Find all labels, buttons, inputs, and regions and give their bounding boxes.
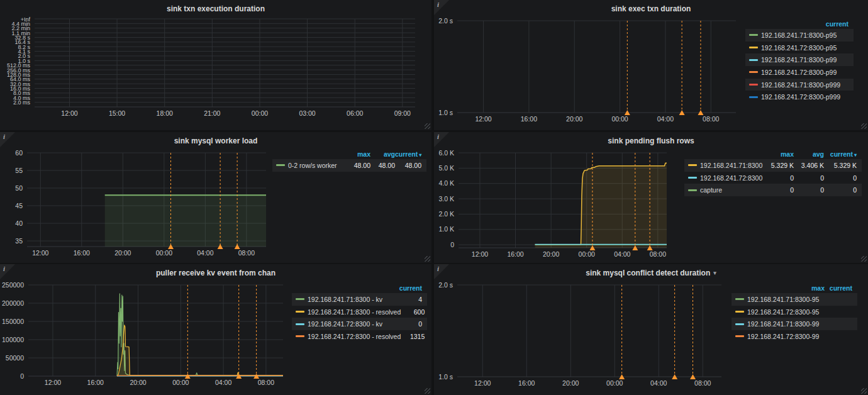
svg-text:20:00: 20:00	[114, 249, 131, 257]
svg-text:2.0 ms: 2.0 ms	[13, 99, 31, 106]
svg-text:12:00: 12:00	[32, 249, 48, 257]
panel-sink-exec-txn-duration: i sink exec txn duration▾ 2.0 s1.0 s12:0…	[434, 0, 868, 130]
legend-sort-avg[interactable]: avg	[794, 150, 824, 158]
series-label: 192.168.241.72:8300-p999	[761, 93, 849, 101]
svg-text:50: 50	[15, 184, 23, 192]
svg-text:1.0 K: 1.0 K	[438, 225, 454, 233]
series-color-dash-icon	[276, 164, 285, 166]
legend-item[interactable]: 192.168.241.71:8300-99	[732, 318, 857, 330]
panel-sink-txn-execution-duration: i sink txn execution duration▾ +Inf4.4 m…	[0, 0, 431, 130]
panel-resize-handle[interactable]	[861, 388, 867, 394]
series-value: 0	[794, 174, 824, 182]
series-value: 0	[794, 186, 824, 194]
legend-sort-max[interactable]: max	[342, 150, 370, 158]
svg-text:50000: 50000	[6, 354, 24, 362]
svg-text:08:00: 08:00	[258, 379, 274, 386]
series-value: 3.406 K	[794, 162, 824, 169]
series-color-dash-icon	[688, 189, 697, 191]
legend-item[interactable]: 0-2 row/s worker48.0048.0048.00	[272, 159, 426, 172]
legend-sort-avg[interactable]: avg	[370, 150, 395, 158]
series-color-dash-icon	[749, 96, 758, 98]
series-color-dash-icon	[296, 323, 304, 325]
legend-sort-max[interactable]: max	[799, 284, 825, 292]
panel-resize-handle[interactable]	[861, 256, 867, 262]
legend-item[interactable]: 192.168.241.71:8300 - resolved600	[292, 306, 427, 318]
series-label: 192.168.241.72:8300-p95	[761, 44, 849, 52]
svg-text:08:00: 08:00	[650, 250, 666, 258]
legend-header: current	[292, 283, 427, 293]
svg-text:00:00: 00:00	[579, 250, 595, 258]
legend: maxavgcurrent▾192.168.241.71:83005.329 K…	[684, 149, 862, 196]
legend-sort-current[interactable]: current	[398, 284, 422, 292]
svg-text:12:00: 12:00	[474, 379, 491, 387]
panel-title[interactable]: puller receive kv event from chan▾	[0, 264, 431, 278]
legend-item[interactable]: 192.168.241.72:8300-p99	[745, 66, 854, 79]
legend-item[interactable]: 192.168.241.71:8300-p999	[745, 79, 854, 91]
panel-resize-handle[interactable]	[425, 388, 430, 394]
title-caret-icon: ▾	[713, 270, 716, 276]
legend-item[interactable]: 192.168.241.72:8300-95	[732, 306, 857, 318]
legend-sort-max[interactable]: max	[764, 150, 794, 158]
svg-text:16:00: 16:00	[74, 249, 90, 257]
legend-header: maxcurrent	[732, 283, 857, 293]
legend-sort-current[interactable]: current▾	[395, 150, 421, 158]
series-value: 0	[824, 174, 857, 182]
legend-item[interactable]: 192.168.241.71:8300 - kv4	[292, 293, 427, 306]
svg-text:00:00: 00:00	[606, 379, 623, 387]
series-color-dash-icon	[749, 71, 758, 73]
svg-text:200000: 200000	[2, 299, 24, 307]
panel-title[interactable]: sink pending flush rows▾	[434, 132, 868, 146]
legend-item[interactable]: 192.168.241.72:8300-99	[732, 330, 857, 343]
svg-text:04:00: 04:00	[650, 379, 667, 387]
svg-text:6.0 K: 6.0 K	[438, 149, 454, 157]
panel-title[interactable]: sink txn execution duration▾	[0, 0, 431, 14]
legend-sort-current[interactable]: current	[825, 284, 852, 292]
svg-text:08:00: 08:00	[703, 115, 719, 123]
panel-title[interactable]: sink mysql worker load▾	[0, 132, 431, 146]
legend: current192.168.241.71:8300 - kv4192.168.…	[292, 283, 427, 343]
series-color-dash-icon	[296, 298, 304, 300]
series-label: 192.168.241.72:8300-99	[747, 333, 852, 340]
svg-text:21:00: 21:00	[204, 109, 220, 117]
series-color-dash-icon	[749, 59, 758, 61]
svg-text:15:00: 15:00	[109, 109, 125, 117]
legend: current192.168.241.71:8300-p95192.168.24…	[745, 19, 854, 103]
panel-puller-receive-kv-event-from-chan: i puller receive kv event from chan▾ 250…	[0, 264, 431, 395]
svg-text:04:00: 04:00	[197, 249, 213, 257]
series-value: 48.00	[370, 162, 395, 169]
legend-item[interactable]: 192.168.241.71:8300-p95	[745, 29, 854, 42]
legend-item[interactable]: 192.168.241.71:8300-p99	[745, 53, 854, 66]
series-label: 192.168.241.72:8300 - resolved	[308, 333, 401, 340]
svg-text:45: 45	[15, 202, 23, 209]
panel-resize-handle[interactable]	[861, 123, 867, 129]
legend-item[interactable]: 192.168.241.72:8300-p999	[745, 91, 854, 103]
legend-item[interactable]: 192.168.241.72:8300 - resolved1315	[292, 330, 427, 343]
panel-title[interactable]: sink exec txn duration▾	[434, 0, 868, 14]
svg-text:04:00: 04:00	[215, 379, 231, 386]
panel-title-text: sink mysql conflict detect duration	[586, 269, 710, 277]
series-value: 5.329 K	[824, 162, 857, 169]
svg-text:00:00: 00:00	[156, 249, 172, 257]
svg-text:55: 55	[15, 167, 23, 174]
legend-sort-current[interactable]: current▾	[824, 150, 857, 158]
chart-sink-txn-execution-duration[interactable]: +Inf4.4 min2.2 min1.1 min32.8 s16.4 s8.2…	[0, 0, 431, 130]
legend-item[interactable]: 192.168.241.72:8300-p95	[745, 42, 854, 54]
svg-text:16:00: 16:00	[507, 250, 523, 258]
series-value: 48.00	[342, 162, 370, 169]
svg-text:20:00: 20:00	[566, 115, 582, 123]
panel-resize-handle[interactable]	[425, 123, 430, 129]
legend-item[interactable]: 192.168.241.71:83005.329 K3.406 K5.329 K	[684, 159, 862, 172]
legend-item[interactable]: capture000	[684, 184, 862, 196]
series-color-dash-icon	[735, 323, 744, 325]
panel-title[interactable]: sink mysql conflict detect duration▾	[434, 264, 868, 278]
series-label: 0-2 row/s worker	[288, 162, 342, 169]
svg-text:150000: 150000	[2, 318, 24, 325]
svg-text:2.0 s: 2.0 s	[438, 281, 453, 289]
legend-item[interactable]: 192.168.241.71:8300-95	[732, 293, 857, 306]
legend-sort-current[interactable]: current	[811, 20, 849, 28]
series-label: 192.168.241.72:8300	[700, 174, 764, 182]
legend-item[interactable]: 192.168.241.72:8300000	[684, 172, 862, 184]
svg-text:12:00: 12:00	[45, 379, 61, 386]
panel-resize-handle[interactable]	[425, 256, 430, 262]
legend-item[interactable]: 192.168.241.72:8300 - kv0	[292, 318, 427, 330]
